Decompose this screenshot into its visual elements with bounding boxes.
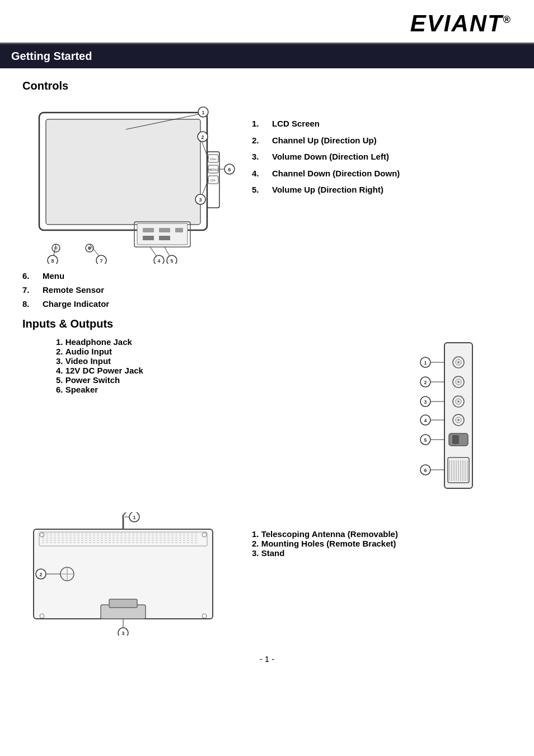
- svg-text:4: 4: [424, 418, 427, 423]
- list-item: 2. Channel Up (Direction Up): [252, 135, 512, 146]
- bottom-section: 1 2 3 1. Telescoping Antenna (Removable)…: [22, 512, 512, 637]
- svg-text:MENU: MENU: [208, 168, 218, 171]
- svg-rect-11: [137, 223, 188, 245]
- list-item: 8. Charge Indicator: [22, 299, 512, 309]
- svg-text:1: 1: [202, 110, 204, 115]
- svg-text:6: 6: [424, 468, 427, 473]
- section-title: Getting Started: [11, 50, 523, 63]
- io-list: 1. Headphone Jack 2. Audio Input 3. Vide…: [22, 337, 388, 501]
- controls-bottom-list: 6. Menu 7. Remote Sensor 8. Charge Indic…: [22, 271, 512, 309]
- svg-point-18: [88, 246, 91, 250]
- list-item: 3. Video Input: [56, 356, 388, 366]
- list-item: 3. Stand: [252, 548, 512, 558]
- svg-text:1: 1: [133, 515, 135, 520]
- svg-rect-12: [143, 228, 154, 232]
- list-item: 5. Power Switch: [56, 375, 388, 385]
- svg-point-57: [457, 419, 460, 421]
- list-item: 5. Volume Up (Direction Right): [252, 184, 512, 195]
- svg-text:1: 1: [424, 360, 427, 366]
- io-title: Inputs & Outputs: [22, 318, 512, 330]
- list-item: 7. Remote Sensor: [22, 285, 512, 295]
- svg-text:CH-: CH-: [210, 179, 217, 182]
- svg-line-100: [123, 512, 126, 515]
- list-item: 1. LCD Screen: [252, 118, 512, 129]
- svg-text:2: 2: [424, 380, 427, 385]
- svg-rect-59: [452, 435, 459, 444]
- svg-text:6: 6: [228, 167, 231, 172]
- list-item: 1. Telescoping Antenna (Removable): [252, 529, 512, 539]
- header: EVIANT®: [0, 0, 534, 44]
- svg-text:5: 5: [424, 437, 427, 443]
- svg-rect-2: [46, 120, 200, 224]
- list-item: 6. Menu: [22, 271, 512, 281]
- list-item: 2. Mounting Holes (Remote Bracket): [252, 539, 512, 548]
- svg-text:3: 3: [121, 631, 124, 636]
- svg-text:2: 2: [201, 134, 204, 140]
- section-title-bar: Getting Started: [0, 44, 534, 68]
- svg-text:8: 8: [51, 258, 54, 264]
- list-item: 6. Speaker: [56, 385, 388, 394]
- svg-rect-15: [143, 236, 154, 240]
- tv-front-diagram: CH+ MENU CH-: [22, 101, 235, 265]
- svg-text:4: 4: [157, 258, 160, 264]
- svg-text:3: 3: [199, 197, 202, 203]
- controls-section: CH+ MENU CH-: [22, 101, 512, 265]
- reg-symbol: ®: [503, 14, 512, 25]
- svg-text:2: 2: [39, 572, 42, 577]
- list-item: 3. Volume Down (Direction Left): [252, 151, 512, 162]
- main-content: Controls CH+ MENU CH-: [0, 68, 534, 686]
- controls-right-list: 1. LCD Screen 2. Channel Up (Direction U…: [252, 101, 512, 265]
- svg-rect-105: [109, 599, 137, 608]
- io-section: 1. Headphone Jack 2. Audio Input 3. Vide…: [22, 337, 512, 501]
- list-item: 4. Channel Down (Direction Down): [252, 168, 512, 179]
- back-list: 1. Telescoping Antenna (Removable) 2. Mo…: [252, 512, 512, 637]
- svg-point-51: [457, 381, 460, 383]
- back-diagram: 1 2 3: [22, 512, 235, 637]
- svg-rect-16: [159, 236, 170, 240]
- list-item: 2. Audio Input: [56, 347, 388, 356]
- list-item: 1. Headphone Jack: [56, 337, 388, 347]
- svg-rect-13: [159, 228, 170, 232]
- svg-text:CH+: CH+: [210, 157, 217, 161]
- controls-title: Controls: [22, 80, 512, 92]
- list-item: 4. 12V DC Power Jack: [56, 366, 388, 375]
- logo: EVIANT®: [410, 10, 512, 37]
- svg-text:7: 7: [100, 258, 102, 264]
- svg-text:3: 3: [424, 399, 427, 405]
- page-number: - 1 -: [22, 654, 512, 675]
- svg-point-48: [457, 361, 460, 363]
- svg-text:5: 5: [170, 258, 173, 264]
- io-side-diagram: 1 2 3 4 5 6: [400, 337, 512, 501]
- svg-point-54: [457, 400, 460, 403]
- svg-rect-14: [175, 228, 183, 232]
